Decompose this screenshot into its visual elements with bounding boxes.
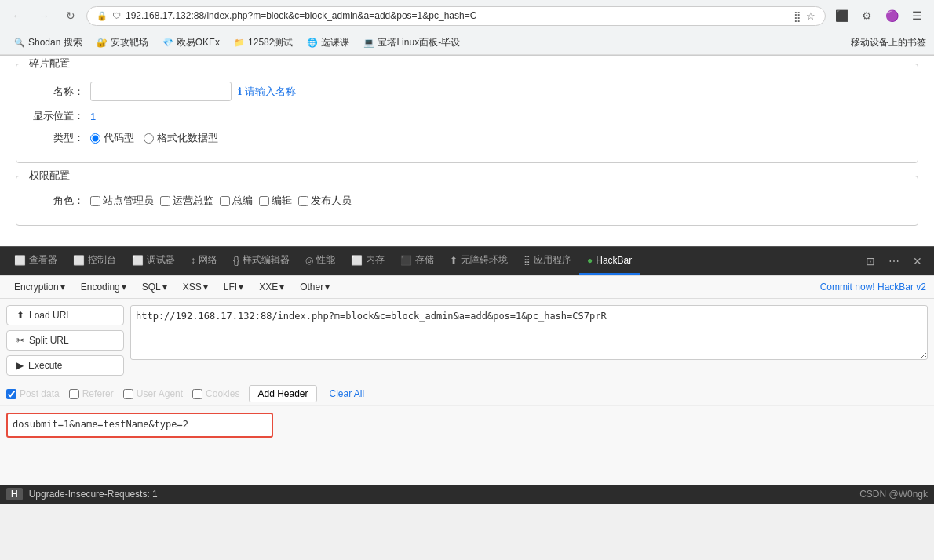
tab-memory[interactable]: ⬜ 内存	[343, 247, 392, 275]
post-data-input[interactable]: dosubmit=1&name=testName&type=2	[6, 413, 273, 438]
star-icon[interactable]: ☆	[806, 10, 815, 22]
tab-accessibility[interactable]: ⬆ 无障碍环境	[442, 247, 516, 275]
split-url-button[interactable]: ✂ Split URL	[6, 330, 124, 351]
memory-icon: ⬜	[351, 255, 363, 266]
okex-icon: 💎	[162, 38, 173, 48]
bookmark-linux[interactable]: 💻 宝塔Linux面板-毕设	[357, 35, 466, 51]
display-position-label: 显示位置：	[29, 109, 84, 123]
type-label: 类型：	[29, 131, 84, 145]
user-agent-checkbox[interactable]: User Agent	[123, 388, 183, 399]
tab-storage[interactable]: ⬛ 存储	[392, 247, 442, 275]
execute-button[interactable]: ▶ Execute	[6, 355, 124, 376]
role-editor-chief[interactable]: 总编	[220, 194, 253, 208]
tab-performance[interactable]: ◎ 性能	[297, 247, 343, 275]
role-site-admin[interactable]: 站点管理员	[90, 194, 154, 208]
xss-arrow-icon: ▾	[203, 282, 208, 293]
display-position-value: 1	[90, 111, 96, 122]
cookies-checkbox[interactable]: Cookies	[192, 388, 239, 399]
extensions-button[interactable]: ⬛	[830, 5, 852, 27]
hackbar-other-menu[interactable]: Other ▾	[294, 279, 336, 295]
load-url-button[interactable]: ⬆ Load URL	[6, 305, 124, 325]
role-editor[interactable]: 编辑	[259, 194, 292, 208]
hackbar-footer: H Upgrade-Insecure-Requests: 1 CSDN @W0n…	[0, 485, 934, 504]
hackbar-url-textarea[interactable]	[130, 305, 928, 360]
back-button[interactable]: ←	[6, 5, 28, 27]
info-icon: ℹ	[238, 85, 242, 97]
sql-arrow-icon: ▾	[162, 282, 167, 293]
style-icon: {}	[233, 255, 239, 266]
other-arrow-icon: ▾	[325, 282, 330, 293]
browser-menu-button[interactable]: ☰	[906, 5, 928, 27]
tab-apps[interactable]: ⣿ 应用程序	[516, 247, 579, 275]
hackbar-encoding-menu[interactable]: Encoding ▾	[75, 279, 133, 295]
debugger-icon: ⬜	[132, 255, 144, 266]
bookmarks-right[interactable]: 移动设备上的书签	[851, 36, 926, 49]
profile-button[interactable]: 🟣	[881, 5, 903, 27]
apps-icon: ⣿	[524, 255, 531, 266]
clear-all-button[interactable]: Clear All	[330, 388, 365, 399]
hackbar-xss-menu[interactable]: XSS ▾	[177, 279, 214, 295]
tab-console[interactable]: ⬜ 控制台	[65, 247, 124, 275]
browser-toolbar: ← → ↻ 🔒 🛡 192.168.17.132:88/index.php?m=…	[0, 0, 934, 31]
expand-devtools-button[interactable]: ⊡	[860, 251, 881, 271]
bookmark-icon: ⣿	[794, 10, 801, 22]
type-format-radio[interactable]: 格式化数据型	[144, 131, 218, 145]
fragment-config-title: 碎片配置	[24, 56, 75, 71]
anjian-icon: 🔐	[97, 38, 108, 48]
tab-inspector[interactable]: ⬜ 查看器	[6, 247, 65, 275]
type-row: 类型： 代码型 格式化数据型	[29, 131, 905, 145]
linux-icon: 💻	[363, 38, 374, 48]
name-input[interactable]	[90, 82, 232, 101]
bookmark-anjian[interactable]: 🔐 安攻靶场	[90, 35, 155, 51]
h-badge: H	[6, 488, 23, 500]
role-ops-super[interactable]: 运营总监	[160, 194, 213, 208]
role-checkbox-group: 站点管理员 运营总监 总编 编辑 发布人员	[90, 194, 352, 208]
referer-checkbox[interactable]: Referer	[69, 388, 114, 399]
reload-button[interactable]: ↻	[60, 5, 82, 27]
lfi-arrow-icon: ▾	[239, 282, 243, 293]
hackbar-lfi-menu[interactable]: LFI ▾	[217, 279, 250, 295]
bookmark-okex[interactable]: 💎 欧易OKEx	[156, 35, 226, 51]
hackbar-checkboxes-row: Post data Referer User Agent Cookies Add…	[0, 382, 934, 406]
name-label: 名称：	[29, 85, 84, 99]
tab-hackbar[interactable]: ● HackBar	[579, 247, 640, 275]
hackbar-xxe-menu[interactable]: XXE ▾	[253, 279, 290, 295]
hackbar-url-area	[130, 305, 928, 376]
bookmark-12582[interactable]: 📁 12582测试	[228, 35, 299, 51]
console-icon: ⬜	[73, 255, 85, 266]
bookmark-shodan[interactable]: 🔍 Shodan 搜索	[8, 35, 89, 51]
address-text: 192.168.17.132:88/index.php?m=block&c=bl…	[126, 10, 789, 21]
more-devtools-button[interactable]: ⋯	[884, 251, 904, 271]
performance-icon: ◎	[305, 255, 313, 266]
forward-button[interactable]: →	[33, 5, 55, 27]
page-content: 碎片配置 名称： ℹ 请输入名称 显示位置： 1 类型： 代码型	[0, 56, 934, 246]
hackbar-dot-icon: ●	[587, 255, 593, 266]
address-bar[interactable]: 🔒 🛡 192.168.17.132:88/index.php?m=block&…	[86, 6, 826, 26]
upgrade-text: Upgrade-Insecure-Requests: 1	[29, 489, 158, 500]
name-hint: ℹ 请输入名称	[238, 85, 296, 99]
hackbar-body: ⬆ Load URL ✂ Split URL ▶ Execute	[0, 299, 934, 382]
devtools-panel: ⬜ 查看器 ⬜ 控制台 ⬜ 调试器 ↕ 网络 {} 样式编辑器 ◎ 性能	[0, 246, 934, 485]
add-header-button[interactable]: Add Header	[249, 385, 316, 402]
xxe-arrow-icon: ▾	[279, 282, 284, 293]
hackbar-commit[interactable]: Commit now! HackBar v2	[820, 282, 926, 293]
hackbar-actions: ⬆ Load URL ✂ Split URL ▶ Execute	[6, 305, 124, 376]
tab-debugger[interactable]: ⬜ 调试器	[124, 247, 183, 275]
shield-icon: 🛡	[112, 11, 121, 20]
type-code-radio[interactable]: 代码型	[90, 131, 134, 145]
post-data-checkbox[interactable]: Post data	[6, 388, 60, 399]
bookmark-xuanke[interactable]: 🌐 选课课	[301, 35, 356, 51]
hackbar-encryption-menu[interactable]: Encryption ▾	[8, 279, 71, 295]
devtools-tab-actions: ⊡ ⋯ ✕	[860, 251, 928, 271]
tab-network[interactable]: ↕ 网络	[183, 247, 225, 275]
encoding-arrow-icon: ▾	[122, 282, 126, 293]
close-devtools-button[interactable]: ✕	[907, 251, 928, 271]
hackbar-sql-menu[interactable]: SQL ▾	[136, 279, 173, 295]
tab-style[interactable]: {} 样式编辑器	[225, 247, 297, 275]
name-row: 名称： ℹ 请输入名称	[29, 82, 905, 101]
storage-icon: ⬛	[400, 255, 412, 266]
settings-button[interactable]: ⚙	[856, 5, 877, 27]
role-publisher[interactable]: 发布人员	[298, 194, 352, 208]
permission-config-section: 权限配置 角色： 站点管理员 运营总监 总编 编辑	[16, 176, 918, 226]
globe-icon: 🌐	[307, 38, 318, 48]
